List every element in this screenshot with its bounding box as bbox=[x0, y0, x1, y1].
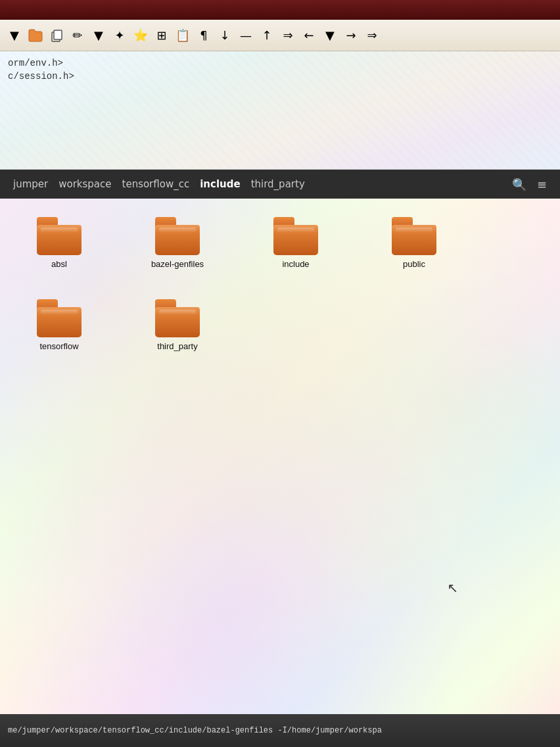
code-editor-area: orm/env.h> c/session.h> bbox=[0, 51, 560, 170]
breadcrumb-bar: jumper workspace tensorflow_cc include t… bbox=[0, 170, 560, 199]
folder-bazel-label: bazel-genfiles bbox=[151, 259, 204, 269]
mouse-cursor: ↖ bbox=[447, 580, 458, 596]
down2-toolbar-icon[interactable]: ▼ bbox=[321, 26, 339, 45]
toolbar: ▼ ✏ ▼ ✦ ⭐ ⊞ 📋 ¶ ↓ — ↑ ⇒ ← ▼ → ⇒ bbox=[0, 20, 560, 51]
right-arrow-toolbar-icon[interactable]: ⇒ bbox=[279, 26, 297, 45]
down-toolbar-icon[interactable]: ↓ bbox=[216, 26, 234, 45]
back-toolbar-icon[interactable]: ← bbox=[300, 26, 318, 45]
folder-tensorflow-label: tensorflow bbox=[39, 341, 78, 351]
folder-tensorflow[interactable]: tensorflow bbox=[20, 294, 99, 356]
files-grid: absl bazel-genfiles include bbox=[20, 212, 540, 356]
folder-bazel-genfiles[interactable]: bazel-genfiles bbox=[138, 212, 217, 274]
menu-icon[interactable]: ≡ bbox=[532, 175, 552, 194]
folder-include-label: include bbox=[282, 259, 309, 269]
up-toolbar-icon[interactable]: ↑ bbox=[258, 26, 276, 45]
status-text: me/jumper/workspace/tensorflow_cc/includ… bbox=[8, 726, 382, 735]
para-toolbar-icon[interactable]: ¶ bbox=[195, 26, 213, 45]
sparkle-toolbar-icon[interactable]: ✦ bbox=[110, 26, 129, 45]
next-toolbar-icon[interactable]: ⇒ bbox=[363, 26, 381, 45]
top-decorative-bar bbox=[0, 0, 560, 20]
folder-toolbar-icon[interactable] bbox=[26, 26, 45, 45]
breadcrumb-tensorflow-cc[interactable]: tensorflow_cc bbox=[117, 176, 195, 193]
grid-toolbar-icon[interactable]: ⊞ bbox=[152, 26, 171, 45]
copy-toolbar-icon[interactable] bbox=[47, 26, 66, 45]
folder-absl-icon bbox=[37, 217, 82, 255]
folder-include-icon bbox=[273, 217, 318, 255]
folder-absl-label: absl bbox=[51, 259, 67, 269]
folder-bazel-icon bbox=[155, 217, 200, 255]
status-bar: me/jumper/workspace/tensorflow_cc/includ… bbox=[0, 714, 560, 747]
folder-third-party[interactable]: third_party bbox=[138, 294, 217, 356]
star-toolbar-icon[interactable]: ⭐ bbox=[131, 26, 150, 45]
svg-rect-1 bbox=[54, 30, 62, 39]
folder-include[interactable]: include bbox=[256, 212, 335, 274]
folder-third-party-icon bbox=[155, 299, 200, 337]
code-line-2: c/session.h> bbox=[8, 70, 552, 83]
dropdown-arrow-icon[interactable]: ▼ bbox=[5, 26, 24, 45]
folder-public-label: public bbox=[403, 259, 425, 269]
forward-toolbar-icon[interactable]: → bbox=[342, 26, 360, 45]
breadcrumb-workspace[interactable]: workspace bbox=[53, 176, 116, 193]
folder-public-icon bbox=[392, 217, 436, 255]
edit-toolbar-icon[interactable]: ✏ bbox=[68, 26, 87, 45]
code-lines: orm/env.h> c/session.h> bbox=[0, 51, 560, 169]
folder-tensorflow-icon bbox=[37, 299, 82, 337]
dash-toolbar-icon[interactable]: — bbox=[237, 26, 255, 45]
arrow-toolbar-icon[interactable]: ▼ bbox=[89, 26, 108, 45]
doc-toolbar-icon[interactable]: 📋 bbox=[174, 26, 192, 45]
file-manager-area: absl bazel-genfiles include bbox=[0, 199, 560, 714]
search-icon[interactable]: 🔍 bbox=[507, 175, 532, 194]
folder-public[interactable]: public bbox=[375, 212, 454, 274]
breadcrumb-include[interactable]: include bbox=[195, 176, 245, 193]
breadcrumb-third-party[interactable]: third_party bbox=[246, 176, 310, 193]
breadcrumb-jumper[interactable]: jumper bbox=[8, 176, 53, 193]
folder-absl[interactable]: absl bbox=[20, 212, 99, 274]
code-line-1: orm/env.h> bbox=[8, 57, 552, 70]
folder-third-party-label: third_party bbox=[157, 341, 197, 351]
